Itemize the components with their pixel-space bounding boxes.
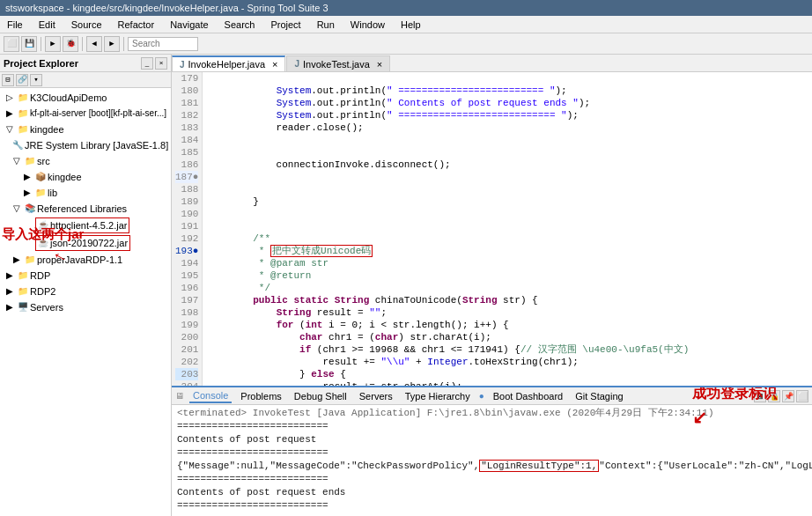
tab-label: InvokeTest.java: [303, 59, 370, 70]
line-num: 203: [175, 368, 198, 380]
menu-search[interactable]: Search: [221, 18, 259, 31]
toolbar-sep3: [123, 37, 124, 51]
tree-jre[interactable]: 🔧 JRE System Library [JavaSE-1.8]: [0, 137, 171, 153]
tree-rdp[interactable]: ▶ 📁 RDP: [0, 268, 171, 284]
pin-icon[interactable]: 📌: [782, 390, 794, 402]
tree-proper-rdp[interactable]: ▶ 📁 properJavaRDP-1.1: [0, 252, 171, 268]
tree-lib[interactable]: ▶ 📁 lib: [0, 185, 171, 201]
jar-highlight-box: ☕ httpclient-4.5.2.jar: [35, 217, 129, 233]
folder-icon: 📁: [18, 122, 28, 136]
line-num: 188: [175, 183, 198, 195]
tree-ref-libs[interactable]: ▽ 📚 Referenced Libraries: [0, 201, 171, 217]
collapse-all-icon[interactable]: ⊟: [2, 74, 14, 86]
close-panel-icon[interactable]: ×: [155, 57, 167, 70]
folder-icon: 📁: [35, 186, 46, 200]
toolbar-new[interactable]: ⬜: [4, 36, 19, 52]
tab-problems[interactable]: Problems: [237, 390, 284, 402]
tab-close-icon[interactable]: ×: [377, 59, 382, 70]
tree-kingdee[interactable]: ▽ 📁 kingdee: [0, 122, 171, 137]
tree-json-jar[interactable]: ☕ json-20190722.jar: [0, 234, 171, 252]
tree-k3cloud[interactable]: ▷ 📁 K3CloudApiDemo: [0, 90, 171, 106]
toolbar-sep1: [41, 37, 41, 51]
package-icon: 📦: [35, 170, 46, 184]
code-line-197: if (chr1 >= 19968 && chr1 <= 171941) {//…: [206, 344, 689, 355]
line-num: 184: [175, 134, 198, 146]
menu-bar: File Edit Source Refactor Navigate Searc…: [0, 16, 812, 33]
console-post-ends: Contents of post request ends: [177, 486, 807, 499]
line-num: 195: [175, 269, 198, 282]
toolbar-forward[interactable]: ▶: [104, 36, 120, 52]
line-num: 181: [175, 97, 198, 109]
code-line-182: reader.close();: [206, 122, 363, 133]
jar-highlight-box: ☕ json-20190722.jar: [35, 235, 130, 251]
code-line-184: connectionInvoke.disconnect();: [206, 159, 450, 170]
folder-icon: 📁: [25, 253, 35, 267]
java-file-icon: J: [294, 59, 299, 69]
menu-run[interactable]: Run: [314, 18, 338, 31]
folder-icon: 🖥️: [18, 300, 28, 314]
tree-servers[interactable]: ▶ 🖥️ Servers: [0, 299, 171, 315]
tree-label: properJavaRDP-1.1: [37, 253, 122, 267]
tab-type-hierarchy[interactable]: Type Hierarchy: [402, 390, 474, 402]
minimize-icon[interactable]: _: [141, 57, 153, 70]
menu-help[interactable]: Help: [397, 18, 424, 31]
line-num: 198: [175, 306, 198, 319]
tab-git-staging[interactable]: Git Staging: [572, 390, 626, 402]
link-editor-icon[interactable]: 🔗: [16, 74, 28, 86]
tab-invoke-helper[interactable]: J InvokeHelper.java ×: [172, 55, 285, 71]
tree-kingdee-pkg[interactable]: ▶ 📦 kingdee: [0, 169, 171, 185]
title-bar: stsworkspace - kingdee/src/kingdee/Invok…: [0, 0, 812, 16]
code-content[interactable]: System.out.println(" ===================…: [203, 72, 812, 386]
login-result-highlight: "LoginResultType":1,: [479, 460, 599, 472]
toolbar-back[interactable]: ◀: [86, 36, 102, 52]
scroll-lock-icon[interactable]: 🔒: [768, 390, 780, 402]
tab-console[interactable]: Console: [189, 389, 232, 403]
toolbar-save[interactable]: 💾: [21, 36, 37, 52]
tab-invoke-test[interactable]: J InvokeTest.java ×: [286, 55, 390, 71]
tree-kf-plt[interactable]: ▶ 📁 kf-plt-ai-server [boot][kf-plt-ai-se…: [0, 106, 171, 122]
menu-project[interactable]: Project: [267, 18, 304, 31]
tree-src[interactable]: ▽ 📁 src: [0, 153, 171, 169]
filter-icon[interactable]: ▾: [30, 74, 42, 86]
tree-label: httpclient-4.5.2.jar: [50, 218, 127, 232]
lib-icon: 📚: [25, 202, 35, 216]
folder-icon: 📁: [18, 284, 28, 299]
tab-debug-shell[interactable]: Debug Shell: [291, 390, 351, 402]
code-line-198: result += "\\u" + Integer.toHexString(ch…: [206, 357, 579, 367]
clear-console-icon[interactable]: ⊠: [754, 390, 766, 402]
console-content[interactable]: <terminated> InvokeTest [Java Applicatio…: [172, 405, 812, 516]
toolbar-run[interactable]: ▶: [45, 36, 61, 52]
tree-label: lib: [48, 186, 57, 200]
expand-icon: ▶: [21, 170, 33, 184]
left-panel: Project Explorer _ × ⊟ 🔗 ▾ ▷ 📁 K3CloudAp…: [0, 55, 172, 516]
tree-label: JRE System Library [JavaSE-1.8]: [25, 138, 168, 152]
code-line-193: public static String chinaToUnicode(Stri…: [206, 295, 537, 306]
menu-file[interactable]: File: [4, 18, 26, 31]
code-line-194: String result = "";: [206, 307, 387, 318]
line-num: 192: [175, 232, 198, 245]
line-num: 199: [175, 319, 198, 331]
expand-icon[interactable]: ⬜: [796, 390, 808, 402]
tree-httpclient-jar[interactable]: ☕ httpclient-4.5.2.jar: [0, 217, 171, 234]
console-sep2: ==========================: [177, 446, 807, 460]
line-num: 180: [175, 85, 198, 97]
code-line-190: * @param str: [206, 258, 328, 269]
line-num: 197: [175, 294, 198, 306]
menu-refactor[interactable]: Refactor: [114, 18, 159, 31]
tab-boot-dashboard[interactable]: Boot Dashboard: [490, 390, 567, 402]
menu-navigate[interactable]: Navigate: [166, 18, 211, 31]
menu-edit[interactable]: Edit: [35, 18, 59, 31]
tab-servers[interactable]: Servers: [356, 390, 396, 402]
line-num: 191: [175, 220, 198, 232]
tree-label: json-20190722.jar: [50, 236, 128, 250]
tab-close-icon[interactable]: ×: [272, 59, 277, 70]
tree-rdp2[interactable]: ▶ 📁 RDP2: [0, 284, 171, 299]
menu-source[interactable]: Source: [68, 18, 106, 31]
menu-window[interactable]: Window: [347, 18, 388, 31]
console-icon: 🖥: [175, 391, 184, 401]
toolbar-debug[interactable]: 🐞: [63, 36, 78, 52]
tree-label: kf-plt-ai-server [boot][kf-plt-ai-ser...…: [30, 107, 166, 121]
line-num: 179: [175, 72, 198, 85]
search-input[interactable]: [128, 37, 198, 51]
console-toolbar: ⊠ 🔒 📌 ⬜: [754, 390, 808, 402]
